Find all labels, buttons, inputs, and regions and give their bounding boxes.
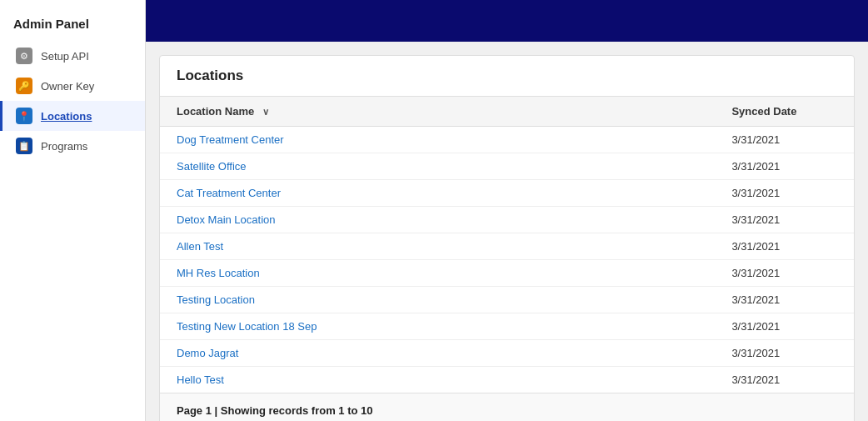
location-name-link[interactable]: Testing Location [177,293,255,306]
location-name-link[interactable]: Hello Test [177,373,224,386]
programs-icon: 📋 [16,138,32,154]
table-row: Detox Main Location3/31/2021 [160,207,854,233]
table-row: MH Res Location3/31/2021 [160,260,854,287]
sidebar-item-programs[interactable]: 📋 Programs [0,131,145,161]
sort-icon[interactable]: ∨ [262,107,269,118]
location-name-link[interactable]: Cat Treatment Center [177,187,281,199]
column-header-synced-date: Synced Date [715,97,854,127]
main-content: Locations Location Name ∨ Synced Date [146,0,868,421]
table-row: Allen Test3/31/2021 [160,233,854,260]
location-name-link[interactable]: Testing New Location 18 Sep [177,320,317,333]
location-name-link[interactable]: Detox Main Location [177,213,276,226]
sidebar-item-locations[interactable]: 📍 Locations [0,101,145,131]
locations-card: Locations Location Name ∨ Synced Date [159,55,855,421]
location-name-cell[interactable]: Testing Location [160,287,715,313]
table-header-row: Location Name ∨ Synced Date [160,97,854,127]
location-name-cell[interactable]: Dog Treatment Center [160,127,715,153]
synced-date-cell: 3/31/2021 [715,313,854,340]
sidebar-item-label: Owner Key [41,80,94,93]
location-name-cell[interactable]: Detox Main Location [160,207,715,233]
location-name-cell[interactable]: Satellite Office [160,153,715,180]
location-name-link[interactable]: Allen Test [177,240,223,253]
table-row: Testing Location3/31/2021 [160,287,854,313]
card-footer: Page 1 | Showing records from 1 to 10 [160,393,854,421]
table-row: Cat Treatment Center3/31/2021 [160,180,854,207]
location-name-cell[interactable]: Cat Treatment Center [160,180,715,207]
table-row: Satellite Office3/31/2021 [160,153,854,180]
column-header-location-name[interactable]: Location Name ∨ [160,97,715,127]
sidebar: Admin Panel ⚙ Setup API 🔑 Owner Key 📍 Lo… [0,0,146,421]
locations-icon: 📍 [16,108,32,124]
pagination-text: Page 1 | Showing records from 1 to 10 [177,404,373,417]
location-name-link[interactable]: Satellite Office [177,160,247,173]
sidebar-item-owner-key[interactable]: 🔑 Owner Key [0,71,145,101]
synced-date-cell: 3/31/2021 [715,207,854,233]
table-body: Dog Treatment Center3/31/2021Satellite O… [160,127,854,393]
synced-date-cell: 3/31/2021 [715,233,854,260]
card-header: Locations [160,56,854,97]
location-name-cell[interactable]: Demo Jagrat [160,340,715,367]
synced-date-cell: 3/31/2021 [715,180,854,207]
table-row: Testing New Location 18 Sep3/31/2021 [160,313,854,340]
synced-date-cell: 3/31/2021 [715,287,854,313]
location-name-cell[interactable]: Testing New Location 18 Sep [160,313,715,340]
synced-date-cell: 3/31/2021 [715,153,854,180]
location-name-cell[interactable]: Allen Test [160,233,715,260]
owner-key-icon: 🔑 [16,78,32,94]
location-name-cell[interactable]: Hello Test [160,367,715,393]
locations-table-wrapper: Location Name ∨ Synced Date Dog Treatmen… [160,97,854,393]
location-name-link[interactable]: MH Res Location [177,267,260,279]
location-name-link[interactable]: Dog Treatment Center [177,133,284,146]
setup-api-icon: ⚙ [16,48,32,64]
synced-date-cell: 3/31/2021 [715,367,854,393]
location-name-link[interactable]: Demo Jagrat [177,347,238,359]
top-bar [146,0,868,42]
table-row: Hello Test3/31/2021 [160,367,854,393]
sidebar-item-label: Locations [41,110,92,123]
locations-table: Location Name ∨ Synced Date Dog Treatmen… [160,97,854,393]
card-title: Locations [177,68,243,83]
synced-date-cell: 3/31/2021 [715,260,854,287]
sidebar-title: Admin Panel [0,10,145,41]
location-name-cell[interactable]: MH Res Location [160,260,715,287]
content-area: Locations Location Name ∨ Synced Date [146,42,868,421]
sidebar-item-label: Setup API [41,50,89,63]
table-row: Dog Treatment Center3/31/2021 [160,127,854,153]
sidebar-item-label: Programs [41,140,87,153]
synced-date-cell: 3/31/2021 [715,127,854,153]
sidebar-item-setup-api[interactable]: ⚙ Setup API [0,41,145,71]
synced-date-cell: 3/31/2021 [715,340,854,367]
table-row: Demo Jagrat3/31/2021 [160,340,854,367]
